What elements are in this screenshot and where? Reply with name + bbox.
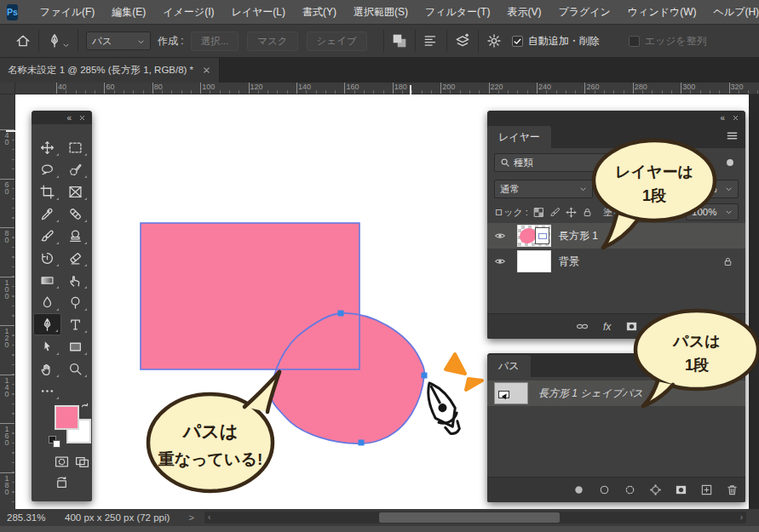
scroll-left-icon[interactable]: ‹: [208, 512, 210, 522]
lock-position-icon[interactable]: [566, 207, 577, 218]
frame-tool[interactable]: [61, 180, 89, 203]
fill-path-icon[interactable]: [572, 483, 585, 496]
quick-selection-tool[interactable]: [61, 158, 89, 180]
opacity-field[interactable]: 100%: [686, 180, 739, 198]
path-arrangement-icon[interactable]: [455, 33, 470, 49]
link-layers-icon[interactable]: [576, 320, 589, 333]
ruler-corner[interactable]: [0, 83, 15, 94]
layer-thumbnail[interactable]: [517, 225, 551, 247]
horizontal-scrollbar[interactable]: ‹ ›: [204, 512, 746, 523]
foreground-color-swatch[interactable]: [55, 405, 79, 430]
menu-item[interactable]: 表示(V): [498, 0, 549, 24]
marquee-tool[interactable]: [61, 136, 89, 158]
path-operations-icon[interactable]: [392, 33, 407, 49]
blur-tool[interactable]: [33, 291, 61, 313]
menu-item[interactable]: 書式(Y): [294, 0, 345, 24]
visibility-eye-icon[interactable]: [494, 230, 506, 242]
path-row[interactable]: 長方形 1 シェイプパス: [487, 380, 745, 406]
type-tool[interactable]: [61, 313, 89, 335]
path-selection-tool[interactable]: [33, 335, 61, 358]
rotate-view-icon[interactable]: [55, 475, 69, 489]
history-brush-tool[interactable]: [33, 247, 61, 269]
filter-toggle-icon[interactable]: [724, 157, 736, 169]
clone-stamp-tool[interactable]: [61, 225, 89, 247]
tab-layers[interactable]: レイヤー: [487, 126, 551, 148]
home-icon[interactable]: [15, 33, 31, 49]
screen-mode-icon[interactable]: [75, 455, 89, 469]
make-shape-button[interactable]: シェイプ: [307, 31, 367, 51]
fill-field[interactable]: 100%: [686, 203, 739, 220]
layer-row-rectangle[interactable]: 長方形 1: [487, 223, 745, 249]
blend-mode-select[interactable]: 通常: [494, 180, 593, 198]
default-colors-icon[interactable]: [49, 436, 60, 448]
lasso-tool[interactable]: [33, 158, 61, 180]
pen-settings-gear-icon[interactable]: [486, 33, 502, 49]
menu-item[interactable]: 編集(E): [103, 0, 154, 24]
crop-tool[interactable]: [33, 180, 61, 203]
pen-tool[interactable]: [33, 313, 61, 335]
photoshop-logo[interactable]: Ps: [7, 4, 18, 20]
filter-type-icon[interactable]: [690, 157, 702, 169]
tab-paths[interactable]: パス: [487, 355, 531, 377]
layer-name[interactable]: 長方形 1: [559, 229, 742, 243]
zoom-level-field[interactable]: 285.31%: [7, 512, 56, 523]
scrollbar-thumb[interactable]: [379, 512, 560, 523]
layer-name[interactable]: 背景: [559, 255, 715, 269]
close-panel-icon[interactable]: [78, 114, 86, 122]
menu-item[interactable]: フィルター(T): [417, 0, 498, 24]
selection-as-path-icon[interactable]: [649, 483, 662, 496]
path-thumbnail[interactable]: [494, 382, 528, 404]
brush-tool[interactable]: [33, 225, 61, 247]
smudge-tool[interactable]: [61, 269, 89, 291]
lock-pixels-icon[interactable]: [549, 207, 561, 218]
eyedropper-tool[interactable]: [33, 203, 61, 225]
menu-item[interactable]: プラグイン: [549, 0, 618, 24]
add-layer-mask-icon[interactable]: [625, 320, 638, 333]
layer-style-fx-icon[interactable]: fx: [603, 321, 611, 333]
shape-tool[interactable]: [61, 335, 89, 358]
swap-colors-icon[interactable]: [80, 402, 91, 413]
quick-mask-icon[interactable]: [55, 455, 69, 469]
more-options-tool[interactable]: [33, 380, 61, 402]
dodge-tool[interactable]: [61, 291, 89, 313]
gradient-tool[interactable]: [33, 269, 61, 291]
new-path-icon[interactable]: [700, 483, 713, 496]
move-tool[interactable]: [33, 136, 61, 158]
path-alignment-icon[interactable]: [423, 33, 439, 49]
path-name[interactable]: 長方形 1 シェイプパス: [538, 386, 643, 401]
close-panel-icon[interactable]: [732, 114, 739, 122]
align-edges-checkbox[interactable]: [629, 36, 640, 47]
path-as-selection-icon[interactable]: [624, 483, 636, 496]
lock-transparency-icon[interactable]: [533, 207, 544, 218]
document-tab[interactable]: 名称未設定 1 @ 285% (長方形 1, RGB/8) *: [0, 58, 220, 83]
pen-tool-preset-icon[interactable]: [47, 33, 62, 49]
add-mask-icon[interactable]: [675, 483, 687, 496]
panel-menu-icon[interactable]: [726, 129, 739, 142]
chevron-down-icon[interactable]: [62, 37, 70, 45]
horizontal-ruler[interactable]: 4060801001201401601802002202402602803003…: [15, 83, 759, 94]
vertical-ruler[interactable]: 406080100120140160180: [0, 94, 15, 509]
layer-row-background[interactable]: 背景: [487, 249, 745, 274]
collapse-panel-icon[interactable]: «: [720, 114, 725, 122]
stroke-path-icon[interactable]: [598, 483, 611, 496]
visibility-eye-icon[interactable]: [494, 255, 506, 267]
zoom-tool[interactable]: [61, 358, 89, 380]
menu-item[interactable]: ウィンドウ(W): [619, 0, 705, 24]
healing-brush-tool[interactable]: [61, 203, 89, 225]
make-selection-button[interactable]: 選択...: [191, 31, 239, 51]
menu-item[interactable]: イメージ(I): [154, 0, 222, 24]
lock-all-icon[interactable]: [582, 207, 593, 218]
eraser-tool[interactable]: [61, 247, 89, 269]
delete-path-icon[interactable]: [726, 483, 739, 496]
auto-add-delete-checkbox[interactable]: [512, 36, 523, 47]
menu-item[interactable]: レイヤー(L): [222, 0, 294, 24]
scroll-right-icon[interactable]: ›: [740, 512, 743, 522]
layer-filter-select[interactable]: 種類: [494, 153, 683, 172]
collapse-panel-icon[interactable]: «: [66, 114, 72, 122]
adjustment-layer-icon[interactable]: [653, 320, 665, 333]
hand-tool[interactable]: [33, 358, 61, 380]
menu-item[interactable]: ヘルプ(H): [705, 0, 759, 24]
menu-item[interactable]: 選択範囲(S): [345, 0, 417, 24]
menu-item[interactable]: ファイル(F): [32, 0, 103, 24]
tool-mode-select[interactable]: パス: [86, 31, 151, 50]
